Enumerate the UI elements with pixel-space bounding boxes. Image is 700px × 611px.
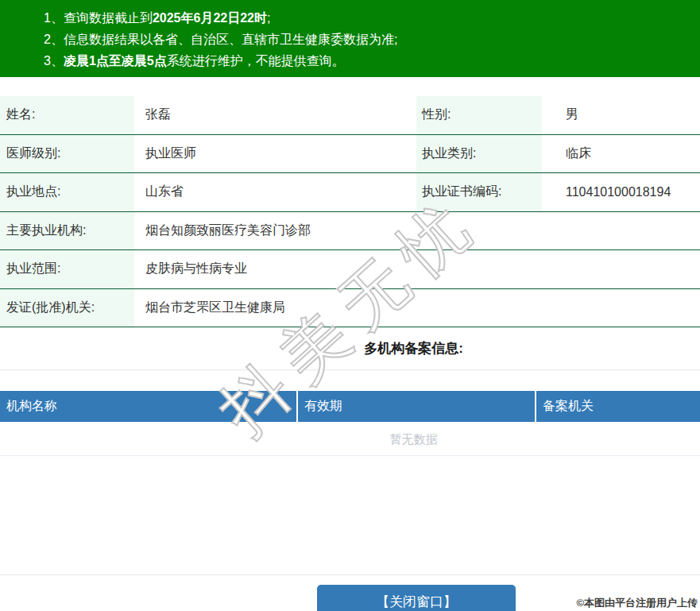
- close-window-button[interactable]: 【关闭窗口】: [317, 585, 516, 611]
- main-institution-value: 烟台知颜致丽医疗美容门诊部: [134, 212, 700, 250]
- practice-category-value: 临床: [542, 135, 700, 173]
- name-value: 张磊: [134, 96, 416, 134]
- notice-text: 2、信息数据结果以各省、自治区、直辖市卫生健康委数据为准;: [44, 33, 397, 46]
- notice-text-bold: 2025年6月22日22时: [153, 11, 267, 25]
- filing-table-header: 机构名称 有效期 备案机关: [0, 391, 700, 422]
- no-data-placeholder: 暂无数据: [0, 422, 700, 456]
- column-header-institution-name: 机构名称: [0, 391, 298, 422]
- upload-attribution-note: ©本图由平台注册用户上传: [576, 596, 698, 610]
- notice-line-2: 2、信息数据结果以各省、自治区、直辖市卫生健康委数据为准;: [44, 29, 700, 50]
- notice-text: 1、查询数据截止到: [44, 11, 153, 25]
- table-row-location-certno: 执业地点: 山东省 执业证书编码: 110410100018194: [0, 173, 700, 212]
- main-institution-label: 主要执业机构:: [0, 212, 134, 250]
- practice-scope-label: 执业范围:: [0, 250, 134, 288]
- notice-text: 系统进行维护，不能提供查询。: [167, 54, 345, 68]
- certificate-number-value: 110410100018194: [542, 173, 700, 211]
- notice-text-bold: 凌晨1点至凌晨5点: [64, 54, 167, 68]
- issuing-authority-value: 烟台市芝罘区卫生健康局: [134, 289, 700, 327]
- column-header-validity-period: 有效期: [298, 391, 536, 422]
- issuing-authority-label: 发证(批准)机关:: [0, 289, 134, 327]
- multi-institution-filing-title: 多机构备案信息:: [0, 327, 700, 370]
- practice-location-label: 执业地点:: [0, 173, 134, 211]
- bottom-divider: [0, 574, 700, 575]
- name-label: 姓名:: [0, 96, 134, 134]
- doctor-level-label: 医师级别:: [0, 135, 134, 173]
- notice-banner: 1、查询数据截止到2025年6月22日22时; 2、信息数据结果以各省、自治区、…: [0, 0, 700, 77]
- practice-scope-value: 皮肤病与性病专业: [134, 250, 700, 288]
- table-row-level-category: 医师级别: 执业医师 执业类别: 临床: [0, 135, 700, 174]
- gender-label: 性别:: [416, 96, 542, 134]
- gender-value: 男: [542, 96, 700, 134]
- table-row-practice-scope: 执业范围: 皮肤病与性病专业: [0, 250, 700, 289]
- notice-text: ;: [267, 11, 270, 25]
- license-query-result-page: 1、查询数据截止到2025年6月22日22时; 2、信息数据结果以各省、自治区、…: [0, 0, 700, 611]
- notice-text: 3、: [44, 54, 64, 68]
- table-row-issuing-authority: 发证(批准)机关: 烟台市芝罘区卫生健康局: [0, 289, 700, 328]
- certificate-number-label: 执业证书编码:: [416, 173, 542, 211]
- notice-line-3: 3、凌晨1点至凌晨5点系统进行维护，不能提供查询。: [44, 50, 700, 72]
- doctor-level-value: 执业医师: [134, 135, 416, 173]
- practice-location-value: 山东省: [134, 173, 416, 211]
- table-row-main-institution: 主要执业机构: 烟台知颜致丽医疗美容门诊部: [0, 212, 700, 251]
- table-row-name-gender: 姓名: 张磊 性别: 男: [0, 96, 700, 135]
- column-header-filing-authority: 备案机关: [536, 391, 700, 422]
- practice-category-label: 执业类别:: [416, 135, 542, 173]
- practitioner-info-table: 姓名: 张磊 性别: 男 医师级别: 执业医师 执业类别: 临床 执业地点: 山…: [0, 96, 700, 327]
- notice-line-1: 1、查询数据截止到2025年6月22日22时;: [44, 7, 700, 29]
